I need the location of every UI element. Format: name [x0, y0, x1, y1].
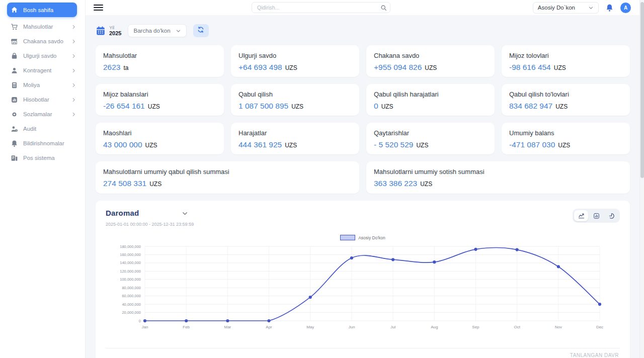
search-input[interactable]: [252, 2, 390, 13]
store-select-dropdown[interactable]: Asosiy Do`kon: [533, 2, 599, 14]
chart-legend-item[interactable]: Asosiy Do'kon: [106, 235, 620, 240]
sidebar-item-chakana-savdo[interactable]: Chakana savdo: [7, 35, 80, 48]
main-content: Yil 2025 Barcha do'kon: [86, 15, 644, 358]
chart-footer-label: TANLANGAN DAVR: [106, 348, 620, 358]
stat-card: Mahsulotlarni umumiy sotish summasi363 3…: [366, 161, 630, 194]
period-filter[interactable]: Yil 2025: [96, 25, 121, 37]
svg-text:May: May: [306, 325, 314, 329]
stat-card: Harajatlar444 361 925UZS: [231, 123, 359, 154]
pie-chart-toggle-button[interactable]: [604, 210, 618, 221]
stat-card-label: Maoshlari: [103, 129, 216, 137]
sidebar-item-audit[interactable]: Audit: [7, 122, 80, 135]
audit-icon: [11, 125, 18, 133]
notifications-bell-icon[interactable]: [605, 4, 614, 12]
stat-card-label: Umumiy balans: [509, 129, 622, 137]
pos-icon: [11, 154, 18, 162]
sidebar-item-label: Chakana savdo: [23, 38, 63, 44]
stat-card-unit: UZS: [285, 64, 297, 71]
stat-card-label: Qabul qilish harajatlari: [374, 91, 487, 98]
svg-text:160,000,000: 160,000,000: [120, 252, 141, 257]
calculator-icon: [11, 81, 18, 89]
sidebar-item-kontragent[interactable]: Kontragent: [7, 64, 80, 77]
sidebar-item-ulgurji-savdo[interactable]: Ulgurji savdo: [7, 49, 80, 62]
stat-card: Chakana savdo+955 094 826UZS: [366, 45, 495, 77]
sidebar-item-moliya[interactable]: Moliya: [7, 78, 80, 92]
refresh-icon: [197, 26, 204, 35]
topbar: Asosiy Do`kon A: [86, 0, 644, 15]
stat-card-unit: ta: [123, 64, 128, 71]
refresh-button[interactable]: [193, 24, 209, 37]
stat-card-unit: UZS: [291, 103, 303, 110]
report-icon: [11, 96, 18, 104]
stat-card-label: Qabul qilish: [238, 91, 352, 98]
stat-card-value: 274 508 331: [103, 179, 146, 188]
stat-card: Qabul qilish harajatlari0UZS: [366, 84, 495, 116]
svg-text:Aug: Aug: [431, 325, 438, 329]
svg-text:Feb: Feb: [183, 325, 190, 329]
stat-card: Mijoz tolovlari-98 616 454UZS: [502, 45, 630, 77]
bar-chart-toggle-button[interactable]: [589, 210, 603, 221]
sidebar-item-sozlamalar[interactable]: Sozlamalar: [7, 108, 80, 121]
stat-card-unit: UZS: [149, 181, 162, 188]
chart-type-switch: [573, 209, 620, 223]
svg-text:Jul: Jul: [390, 325, 395, 329]
person-icon: [11, 67, 18, 74]
chart-title: Daromad: [106, 209, 139, 217]
svg-text:Nov: Nov: [555, 325, 562, 329]
filter-row: Yil 2025 Barcha do'kon: [96, 22, 630, 39]
store-select-value: Asosiy Do`kon: [538, 5, 575, 11]
stat-card-label: Mijoz balanslari: [103, 91, 216, 98]
stat-card-value: +64 693 498: [238, 63, 282, 72]
chart-title-chevron-down-icon[interactable]: [182, 210, 188, 216]
chart-date-range: 2025-01-01 00:00:00 - 2025-12-31 23:59:5…: [106, 222, 620, 227]
svg-text:120,000,000: 120,000,000: [120, 269, 141, 274]
sidebar-item-bosh-sahifa[interactable]: Bosh sahifa: [7, 3, 77, 17]
store-filter-dropdown[interactable]: Barcha do'kon: [128, 24, 186, 37]
svg-text:Apr: Apr: [266, 325, 272, 329]
stat-card-label: Mahsulotlarni umumiy qabul qilish summas…: [103, 168, 352, 175]
sidebar-item-mahsulotlar[interactable]: Mahsulotlar: [7, 20, 80, 33]
stat-card-value: -26 654 161: [103, 102, 145, 111]
svg-text:Dec: Dec: [596, 325, 603, 329]
svg-text:Oct: Oct: [514, 325, 520, 329]
menu-toggle-icon[interactable]: [94, 5, 103, 11]
home-icon: [11, 6, 18, 14]
svg-text:40,000,000: 40,000,000: [122, 302, 141, 307]
chevron-right-icon: [71, 112, 76, 117]
chevron-right-icon: [71, 39, 76, 44]
scrollbar-thumb[interactable]: [640, 2, 644, 178]
stat-card-value: 444 361 925: [238, 140, 282, 149]
stat-card-value: -98 616 454: [509, 63, 551, 72]
stat-card: Umumiy balans-471 087 030UZS: [502, 123, 630, 154]
stat-card: Qabul qilish1 087 500 895UZS: [231, 84, 359, 116]
chevron-down-icon: [176, 28, 181, 34]
period-value: 2025: [109, 30, 121, 37]
stat-card: Mijoz balanslari-26 654 161UZS: [96, 84, 224, 116]
svg-text:100,000,000: 100,000,000: [120, 277, 141, 282]
svg-text:Jun: Jun: [348, 325, 355, 329]
page-scrollbar: [639, 0, 644, 358]
line-chart-toggle-button[interactable]: [574, 210, 588, 221]
stat-card-label: Ulgurji savdo: [238, 52, 352, 59]
period-label: Yil: [109, 25, 121, 30]
sidebar-item-bildirishnomalar[interactable]: Bildirishnomalar: [7, 137, 80, 150]
stat-card-value: 43 000 000: [103, 140, 142, 149]
svg-text:Sep: Sep: [472, 325, 479, 329]
sidebar-item-label: Hisobotlar: [23, 97, 49, 103]
search-container: [252, 2, 390, 13]
user-avatar[interactable]: A: [620, 3, 631, 13]
stat-card-label: Qabul qilish to'lovlari: [509, 91, 622, 98]
stat-card-unit: UZS: [555, 103, 568, 110]
stat-card-unit: UZS: [285, 142, 297, 149]
sidebar-item-label: Ulgurji savdo: [23, 53, 56, 59]
svg-text:Mar: Mar: [224, 325, 231, 329]
sidebar-item-pos-sistema[interactable]: Pos sistema: [7, 151, 80, 164]
sidebar-item-hisobotlar[interactable]: Hisobotlar: [7, 93, 80, 106]
chevron-right-icon: [71, 68, 76, 73]
stat-card-label: Mahsulotlar: [103, 52, 216, 59]
stat-card-unit: UZS: [416, 142, 428, 149]
chevron-right-icon: [71, 53, 76, 59]
calendar-icon: [96, 26, 106, 36]
bell-icon: [11, 140, 18, 147]
bag-icon: [11, 52, 18, 60]
